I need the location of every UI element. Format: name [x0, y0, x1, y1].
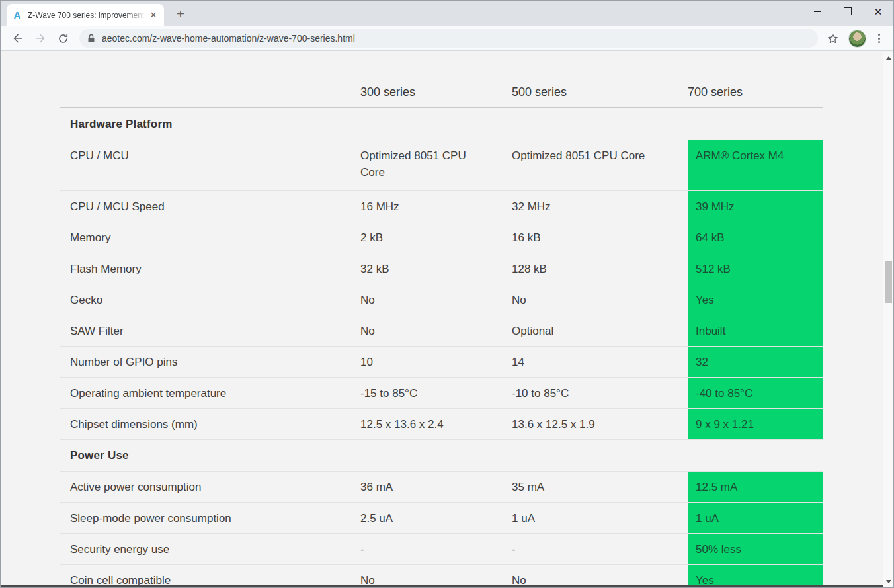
cell-700-series-highlighted: -40 to 85°C — [688, 378, 823, 408]
row-label: Chipset dimensions (mm) — [60, 409, 360, 439]
close-icon: ✕ — [874, 7, 883, 17]
cell-300-series: 36 mA — [360, 472, 512, 502]
row-label: Sleep-mode power consumption — [60, 503, 360, 533]
table-row: GeckoNoNoYes — [60, 284, 823, 315]
row-label: Flash Memory — [60, 253, 360, 284]
maximize-button[interactable] — [833, 1, 863, 22]
row-label: Number of GPIO pins — [60, 347, 360, 377]
cell-300-series: -15 to 85°C — [360, 378, 512, 408]
cell-700-series-highlighted: Yes — [688, 284, 823, 315]
vertical-scrollbar[interactable] — [883, 52, 893, 587]
cell-700-series-highlighted: 12.5 mA — [688, 472, 823, 502]
scrollbar-thumb[interactable] — [885, 261, 892, 303]
table-row: Security energy use--50% less — [60, 534, 823, 565]
column-header-500-series: 500 series — [512, 85, 688, 99]
table-section-header: Hardware Platform — [60, 108, 823, 140]
row-label: CPU / MCU — [60, 140, 360, 190]
table-row: CPU / MCUOptimized 8051 CPU CoreOptimize… — [60, 140, 823, 191]
cell-500-series: -10 to 85°C — [512, 378, 688, 408]
bookmark-button[interactable] — [823, 29, 842, 48]
cell-300-series: No — [360, 284, 512, 315]
browser-toolbar: aeotec.com/z-wave-home-automation/z-wave… — [0, 26, 894, 51]
row-label: Operating ambient temperature — [60, 378, 360, 408]
kebab-dot — [878, 34, 880, 36]
scroll-up-button[interactable] — [883, 53, 893, 62]
reload-button[interactable] — [54, 30, 71, 47]
cell-500-series: 35 mA — [512, 472, 688, 502]
row-label: CPU / MCU Speed — [60, 191, 360, 222]
cell-700-series-highlighted: 512 kB — [688, 253, 823, 284]
table-row: Memory2 kB16 kB64 kB — [60, 222, 823, 253]
cell-700-series-highlighted: Inbuilt — [688, 315, 823, 346]
table-row: Number of GPIO pins101432 — [60, 347, 823, 378]
reload-icon — [58, 33, 69, 44]
cell-300-series: 2 kB — [360, 222, 512, 253]
star-icon — [827, 33, 838, 44]
cell-500-series: 1 uA — [512, 503, 688, 533]
toolbar-right — [823, 29, 887, 48]
tab-close-icon[interactable]: ✕ — [148, 10, 159, 21]
cell-300-series: 2.5 uA — [360, 503, 512, 533]
row-label: Memory — [60, 222, 360, 253]
back-arrow-icon — [12, 32, 24, 44]
table-header-row: 300 series 500 series 700 series — [60, 52, 823, 108]
row-label: Active power consumption — [60, 472, 360, 502]
browser-tab[interactable]: A Z-Wave 700 series: improvements ✕ — [7, 4, 164, 26]
cell-500-series: Optional — [512, 315, 688, 346]
table-row: CPU / MCU Speed16 MHz32 MHz39 MHz — [60, 191, 823, 222]
minimize-icon — [814, 11, 821, 12]
kebab-dot — [878, 41, 880, 43]
scroll-down-icon — [886, 580, 891, 583]
cell-300-series: 16 MHz — [360, 191, 512, 222]
cell-300-series: - — [360, 534, 512, 564]
table-row: Flash Memory32 kB128 kB512 kB — [60, 253, 823, 284]
new-tab-button[interactable]: + — [172, 5, 189, 22]
cell-500-series: 14 — [512, 347, 688, 377]
kebab-dot — [878, 38, 880, 40]
cell-500-series: 128 kB — [512, 253, 688, 284]
cell-700-series-highlighted: ARM® Cortex M4 — [688, 140, 823, 190]
cell-500-series: 32 MHz — [512, 191, 688, 222]
row-label: Gecko — [60, 284, 360, 315]
cell-700-series-highlighted: 32 — [688, 347, 823, 377]
next-section-edge — [0, 585, 883, 588]
back-button[interactable] — [9, 30, 26, 47]
cell-500-series: 13.6 x 12.5 x 1.9 — [512, 409, 688, 439]
cell-700-series-highlighted: 39 MHz — [688, 191, 823, 222]
cell-700-series-highlighted: 50% less — [688, 534, 823, 564]
section-title: Hardware Platform — [60, 118, 173, 131]
row-label: Security energy use — [60, 534, 360, 564]
cell-300-series: 10 — [360, 347, 512, 377]
tab-title: Z-Wave 700 series: improvements — [28, 11, 148, 20]
cell-300-series: No — [360, 315, 512, 346]
address-bar[interactable]: aeotec.com/z-wave-home-automation/z-wave… — [79, 29, 818, 48]
tab-strip: A Z-Wave 700 series: improvements ✕ + ✕ — [0, 0, 894, 26]
section-title: Power Use — [60, 449, 129, 462]
comparison-table: 300 series 500 series 700 series Hardwar… — [60, 52, 823, 588]
table-row: Chipset dimensions (mm)12.5 x 13.6 x 2.4… — [60, 409, 823, 440]
row-label: SAW Filter — [60, 315, 360, 346]
cell-700-series-highlighted: 64 kB — [688, 222, 823, 253]
cell-500-series: Optimized 8051 CPU Core — [512, 140, 688, 190]
cell-500-series: No — [512, 284, 688, 315]
cell-700-series-highlighted: 1 uA — [688, 503, 823, 533]
close-button[interactable]: ✕ — [863, 1, 893, 22]
browser-menu-button[interactable] — [873, 30, 885, 47]
cell-500-series: - — [512, 534, 688, 564]
cell-300-series: 12.5 x 13.6 x 2.4 — [360, 409, 512, 439]
aeotec-favicon-icon: A — [12, 10, 22, 21]
profile-avatar[interactable] — [848, 30, 866, 48]
table-body: Hardware PlatformCPU / MCUOptimized 8051… — [60, 108, 823, 588]
table-row: Operating ambient temperature-15 to 85°C… — [60, 378, 823, 409]
maximize-icon — [844, 7, 852, 15]
forward-button[interactable] — [32, 30, 49, 47]
cell-300-series: 32 kB — [360, 253, 512, 284]
table-row: Sleep-mode power consumption2.5 uA1 uA1 … — [60, 503, 823, 534]
scroll-down-button[interactable] — [883, 577, 893, 586]
cell-500-series: 16 kB — [512, 222, 688, 253]
minimize-button[interactable] — [802, 1, 833, 22]
scroll-up-icon — [886, 56, 891, 60]
table-row: SAW FilterNoOptionalInbuilt — [60, 315, 823, 347]
page-content: 300 series 500 series 700 series Hardwar… — [0, 52, 894, 588]
table-section-header: Power Use — [60, 440, 823, 472]
